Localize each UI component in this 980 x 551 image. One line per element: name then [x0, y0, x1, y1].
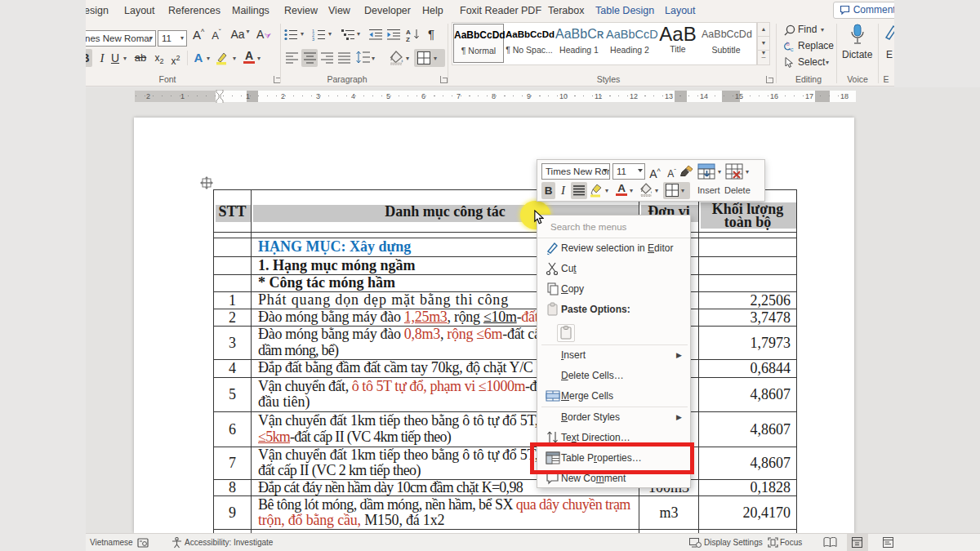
svg-text:Z: Z [406, 36, 410, 42]
svg-text:A: A [406, 29, 411, 36]
svg-text:c: c [791, 47, 794, 52]
svg-text:3: 3 [312, 37, 314, 42]
